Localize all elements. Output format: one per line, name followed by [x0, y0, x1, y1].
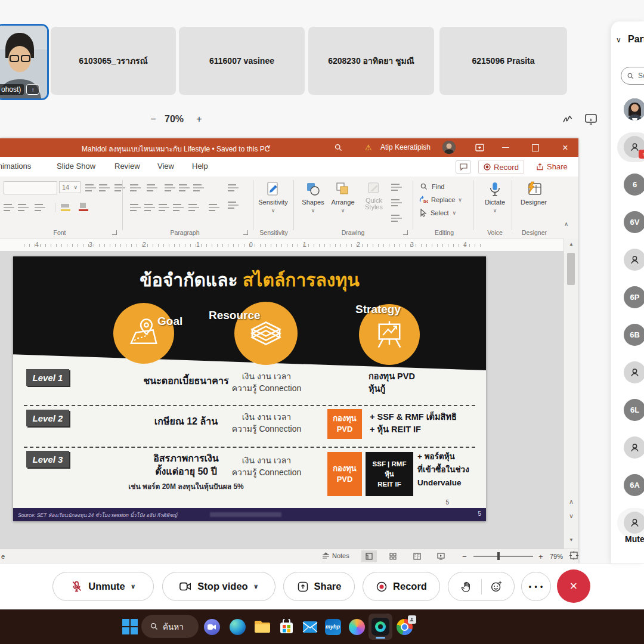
normal-view-button[interactable] — [361, 550, 377, 562]
bullets-icon[interactable] — [130, 183, 141, 191]
screen-share-view-icon[interactable] — [584, 111, 597, 128]
ribbon-display-options-icon[interactable] — [469, 138, 490, 157]
participant-tile[interactable]: 6215096 Prasita — [439, 27, 567, 95]
ppt-record-button[interactable]: Record — [478, 160, 524, 174]
notes-button[interactable]: Notes — [322, 552, 349, 559]
participant-tile[interactable]: 6116007 vasinee — [179, 27, 305, 95]
replace-button[interactable]: bc Replace ∨ — [419, 196, 462, 204]
record-button[interactable]: Record — [363, 572, 440, 601]
shape-fill-icon[interactable] — [391, 182, 402, 191]
leave-meeting-button[interactable]: × — [557, 569, 590, 603]
find-button[interactable]: Find — [420, 182, 444, 191]
participant-avatar-initials[interactable]: 6V — [624, 211, 644, 233]
change-case-icon[interactable] — [35, 203, 45, 211]
justify-icon[interactable] — [173, 203, 184, 211]
slideshow-view-button[interactable] — [433, 550, 448, 562]
vertical-scrollbar[interactable]: ▲ ∧ ∨ ▼ — [564, 239, 578, 549]
unmute-button[interactable]: Unmute ∨ — [52, 572, 154, 601]
unmute-options-chevron[interactable]: ∨ — [131, 583, 136, 590]
arrange-button[interactable]: Arrange ∨ — [328, 181, 358, 224]
zoom-in-button[interactable]: + — [194, 111, 204, 128]
collapse-ribbon-icon[interactable]: ∧ — [564, 221, 568, 227]
taskbar-search[interactable]: ค้นหา — [141, 615, 199, 638]
font-name-dropdown[interactable] — [4, 181, 57, 194]
status-zoom-level[interactable]: 79% — [550, 553, 563, 560]
taskbar-copilot-icon[interactable] — [348, 618, 366, 636]
select-button[interactable]: Select ∨ — [420, 209, 456, 217]
reading-view-button[interactable] — [409, 550, 425, 562]
participant-avatar-person[interactable] — [624, 436, 644, 459]
panel-collapse-chevron[interactable]: ∨ — [616, 36, 621, 44]
participant-avatar-initials[interactable]: 6A — [624, 474, 644, 496]
taskbar-mail-icon[interactable] — [301, 618, 319, 636]
mute-all-button[interactable]: Mute all — [625, 534, 644, 544]
scrollbar-thumb[interactable] — [567, 253, 575, 285]
video-options-chevron[interactable]: ∨ — [253, 583, 259, 590]
ppt-account-name[interactable]: Atip Keeratipish — [380, 143, 431, 151]
font-dialog-launcher[interactable] — [112, 230, 117, 235]
raise-hand-button[interactable] — [451, 580, 481, 593]
participant-avatar-person-sharing[interactable]: ↑ — [624, 136, 644, 158]
taskbar-chat-icon[interactable] — [203, 618, 221, 636]
taskbar-chrome-icon[interactable] — [395, 618, 413, 636]
sort-icon[interactable] — [228, 183, 239, 191]
sensitivity-button[interactable]: Sensitivity ∨ — [258, 181, 289, 224]
restore-button[interactable] — [522, 138, 549, 157]
dictate-button[interactable]: Dictate ∨ — [479, 181, 510, 224]
ppt-share-button[interactable]: Share — [532, 160, 571, 173]
strikethrough-icon[interactable] — [4, 203, 14, 211]
convert-smartart-icon[interactable] — [228, 200, 239, 209]
paragraph-dialog-launcher[interactable] — [243, 230, 248, 235]
font-size-dropdown[interactable]: 14∨ — [59, 181, 80, 193]
line-spacing-icon[interactable] — [193, 183, 204, 191]
taskbar-file-explorer-icon[interactable] — [253, 618, 271, 636]
align-center-icon[interactable] — [144, 203, 155, 211]
ppt-search-icon[interactable] — [329, 138, 347, 157]
drawing-dialog-launcher[interactable] — [403, 230, 408, 235]
reactions-button[interactable] — [482, 580, 512, 593]
warning-icon[interactable]: ⚠ — [365, 143, 372, 152]
zoom-slider-track[interactable] — [473, 556, 533, 557]
participant-tile[interactable]: 6208230 อาทิตยา ชูมณี — [308, 27, 434, 95]
slide[interactable]: ข้อจำกัดและ สไตล์การลงทุน Goal — [13, 256, 486, 521]
text-direction-icon[interactable] — [209, 203, 219, 211]
clear-formatting-icon[interactable] — [114, 183, 125, 191]
ppt-document-title[interactable]: Mahidol ลงทุนแบบไหนเหมาะกับ Lifestyle • … — [82, 143, 270, 154]
zoom-out-button[interactable]: − — [148, 111, 158, 128]
tab-view[interactable]: View — [157, 162, 174, 171]
designer-button[interactable]: Designer — [518, 181, 550, 224]
participant-avatar-person[interactable] — [624, 361, 644, 383]
character-spacing-icon[interactable] — [18, 203, 29, 211]
participant-avatar-initials[interactable]: 6B — [624, 324, 644, 346]
align-left-icon[interactable] — [130, 203, 141, 211]
stop-video-button[interactable]: Stop video ∨ — [162, 572, 275, 601]
participant-avatar-initials[interactable]: 6P — [624, 286, 644, 308]
tab-help[interactable]: Help — [192, 162, 208, 171]
taskbar-webex-icon-active[interactable] — [369, 614, 392, 640]
title-chevron-icon[interactable]: ∨ — [267, 143, 271, 150]
quick-styles-button[interactable]: Quick Styles — [360, 181, 388, 224]
font-color-icon[interactable] — [79, 203, 89, 211]
minimize-button[interactable] — [493, 138, 519, 157]
taskbar-myhp-icon[interactable]: myhp — [324, 618, 342, 636]
share-button[interactable]: Share — [283, 572, 355, 601]
participant-avatar-person[interactable] — [624, 249, 644, 271]
scroll-down-icon[interactable]: ▼ — [564, 534, 578, 545]
close-button[interactable]: × — [552, 138, 578, 157]
participant-avatar-photo[interactable] — [624, 98, 644, 120]
text-highlight-color-icon[interactable] — [61, 203, 72, 211]
taskbar-edge-icon[interactable] — [228, 618, 246, 636]
shapes-button[interactable]: Shapes ∨ — [299, 181, 327, 224]
participant-tile[interactable]: 6103065_วราภรณ์ — [51, 27, 176, 95]
status-zoom-out[interactable]: − — [462, 552, 467, 561]
tab-slide-show[interactable]: Slide Show — [57, 162, 95, 171]
shape-effects-icon[interactable] — [391, 213, 402, 222]
increase-indent-icon[interactable] — [179, 183, 190, 191]
next-slide-icon[interactable]: ∨ — [564, 510, 578, 521]
participant-avatar-initials[interactable]: 6L — [624, 399, 644, 421]
decrease-indent-icon[interactable] — [165, 183, 175, 191]
shape-outline-icon[interactable] — [391, 198, 402, 206]
account-avatar[interactable] — [442, 141, 456, 154]
start-button[interactable] — [121, 618, 139, 636]
grow-font-icon[interactable] — [85, 183, 96, 191]
